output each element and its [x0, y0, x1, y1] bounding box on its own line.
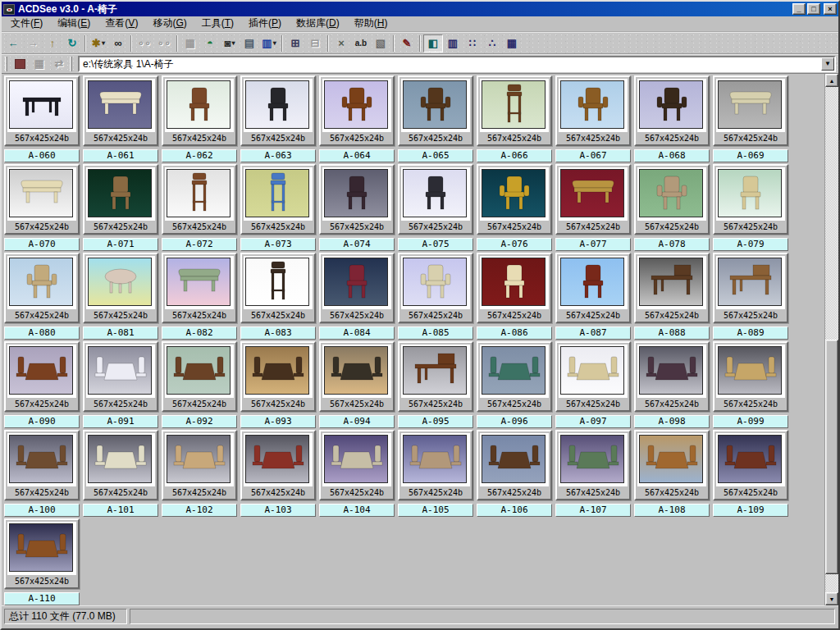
thumbnail-item-A-080[interactable]: 567x425x24b A-080	[3, 253, 80, 340]
copy-button[interactable]: ⊞	[285, 34, 305, 52]
thumbnail-image[interactable]	[88, 435, 152, 483]
menu-item-6[interactable]: 数据库(D)	[289, 15, 347, 33]
thumbnail-image[interactable]	[560, 258, 624, 306]
thumbnail-image[interactable]	[9, 80, 73, 129]
menu-item-4[interactable]: 工具(T)	[194, 15, 241, 33]
thumbnail-item-A-068[interactable]: 567x425x24b A-068	[633, 75, 710, 162]
thumbnail-image[interactable]	[324, 346, 388, 395]
dropdown-arrow-icon[interactable]: ▾	[273, 39, 276, 47]
thumbnail-tile[interactable]: 567x425x24b	[634, 75, 710, 146]
thumbnail-item-A-109[interactable]: 567x425x24b A-109	[712, 430, 789, 517]
thumbnail-image[interactable]	[560, 80, 624, 129]
thumbnail-item-A-087[interactable]: 567x425x24b A-087	[555, 253, 632, 340]
thumbnail-item-A-060[interactable]: 567x425x24b A-060	[3, 75, 80, 162]
new-folder-button[interactable]: ✱▾	[89, 34, 108, 52]
thumbnail-item-A-082[interactable]: 567x425x24b A-082	[161, 253, 238, 340]
thumbnail-item-A-110[interactable]: 567x425x24b A-110	[3, 518, 80, 605]
thumbnail-image[interactable]	[560, 169, 624, 217]
thumbnail-image[interactable]	[403, 169, 467, 217]
view-full-tree-button[interactable]: ∴	[482, 34, 502, 52]
thumbnail-tile[interactable]: 567x425x24b	[83, 164, 158, 235]
thumbnail-image[interactable]	[482, 258, 546, 306]
thumbnail-item-A-093[interactable]: 567x425x24b A-093	[240, 341, 317, 428]
thumbnail-image[interactable]	[482, 346, 546, 395]
thumbnail-tile[interactable]: 567x425x24b	[398, 430, 473, 500]
thumbnail-tile[interactable]: 567x425x24b	[477, 341, 552, 412]
thumbnail-tile[interactable]: 567x425x24b	[398, 164, 473, 235]
thumbnail-tile[interactable]: 567x425x24b	[162, 253, 237, 323]
thumbnail-item-A-107[interactable]: 567x425x24b A-107	[555, 430, 632, 517]
thumbnail-tile[interactable]: 567x425x24b	[634, 253, 710, 323]
menu-item-2[interactable]: 查看(V)	[98, 15, 145, 33]
thumbnail-item-A-108[interactable]: 567x425x24b A-108	[633, 430, 710, 517]
view-details-button[interactable]: ▦	[502, 34, 522, 52]
print-button[interactable]: ▤	[240, 34, 259, 52]
thumbnail-tile[interactable]: 567x425x24b	[555, 341, 631, 412]
thumbnail-image[interactable]	[718, 346, 782, 395]
thumbnail-item-A-063[interactable]: 567x425x24b A-063	[240, 75, 317, 162]
view-tree-button[interactable]: ∷	[463, 34, 482, 52]
thumbnail-tile[interactable]: 567x425x24b	[162, 164, 237, 235]
thumbnail-tile[interactable]: 567x425x24b	[398, 253, 473, 323]
thumbnail-image[interactable]	[482, 435, 546, 483]
thumbnail-tile[interactable]: 567x425x24b	[162, 341, 237, 412]
thumbnail-image[interactable]	[560, 346, 624, 395]
scrollbar-thumb[interactable]	[825, 340, 838, 574]
thumbnail-image[interactable]	[245, 435, 309, 483]
thumbnail-image[interactable]	[245, 346, 309, 395]
menu-item-5[interactable]: 插件(P)	[241, 15, 289, 33]
thumbnail-image[interactable]	[482, 80, 546, 129]
thumbnail-image[interactable]	[88, 258, 152, 306]
up-button[interactable]: ↑	[43, 34, 62, 52]
thumbnail-tile[interactable]: 567x425x24b	[4, 518, 80, 589]
restore-button[interactable]: □	[807, 3, 820, 15]
thumbnail-tile[interactable]: 567x425x24b	[319, 341, 395, 412]
thumbnail-tile[interactable]: 567x425x24b	[555, 75, 631, 146]
thumbnail-tile[interactable]: 567x425x24b	[319, 164, 395, 235]
scroll-up-button[interactable]: ▲	[825, 74, 838, 87]
thumbnail-image[interactable]	[9, 435, 73, 483]
scrollbar-track[interactable]	[825, 87, 838, 592]
thumbnail-item-A-103[interactable]: 567x425x24b A-103	[240, 430, 317, 517]
thumbnail-item-A-076[interactable]: 567x425x24b A-076	[476, 164, 553, 251]
thumbnail-image[interactable]	[9, 523, 73, 572]
thumbnail-item-A-069[interactable]: 567x425x24b A-069	[712, 75, 789, 162]
thumbnail-tile[interactable]: 567x425x24b	[4, 341, 80, 412]
thumbnail-tile[interactable]: 567x425x24b	[319, 253, 395, 323]
thumbnail-image[interactable]	[639, 80, 703, 129]
thumbnail-tile[interactable]: 567x425x24b	[162, 75, 237, 146]
thumbnail-tile[interactable]: 567x425x24b	[477, 253, 552, 323]
thumbnail-tile[interactable]: 567x425x24b	[240, 164, 316, 235]
thumbnail-item-A-061[interactable]: 567x425x24b A-061	[82, 75, 159, 162]
thumbnail-item-A-088[interactable]: 567x425x24b A-088	[633, 253, 710, 340]
thumbnail-tile[interactable]: 567x425x24b	[240, 341, 316, 412]
thumbnail-image[interactable]	[167, 80, 231, 129]
thumbnail-item-A-097[interactable]: 567x425x24b A-097	[555, 341, 632, 428]
thumbnail-image[interactable]	[324, 258, 388, 306]
thumbnail-image[interactable]	[403, 346, 467, 395]
thumbnail-item-A-100[interactable]: 567x425x24b A-100	[3, 430, 80, 517]
thumbnail-image[interactable]	[167, 169, 231, 217]
thumbnail-item-A-075[interactable]: 567x425x24b A-075	[397, 164, 474, 251]
thumbnail-item-A-071[interactable]: 567x425x24b A-071	[82, 164, 159, 251]
thumbnail-image[interactable]	[403, 80, 467, 129]
thumbnail-item-A-092[interactable]: 567x425x24b A-092	[161, 341, 238, 428]
browse-mode-button[interactable]: ◧	[423, 34, 443, 52]
thumbnail-tile[interactable]: 567x425x24b	[713, 75, 788, 146]
thumbnail-item-A-079[interactable]: 567x425x24b A-079	[712, 164, 789, 251]
thumbnail-tile[interactable]: 567x425x24b	[477, 164, 552, 235]
thumbnail-item-A-099[interactable]: 567x425x24b A-099	[712, 341, 789, 428]
extract-image-button[interactable]: ◓	[200, 34, 220, 52]
thumbnail-image[interactable]	[718, 80, 782, 129]
thumbnail-image[interactable]	[9, 346, 73, 395]
thumbnail-image[interactable]	[482, 169, 546, 217]
thumbnail-item-A-101[interactable]: 567x425x24b A-101	[82, 430, 159, 517]
thumbnail-tile[interactable]: 567x425x24b	[4, 253, 80, 323]
acquire-button[interactable]: ◙▾	[220, 34, 240, 52]
properties-button[interactable]: ▧	[371, 34, 390, 52]
path-combobox[interactable]: e:\传统家具 1\A-椅子 ▼	[78, 56, 836, 72]
thumbnail-item-A-072[interactable]: 567x425x24b A-072	[161, 164, 238, 251]
menu-item-1[interactable]: 编辑(E)	[50, 15, 98, 33]
path-value[interactable]: e:\传统家具 1\A-椅子	[80, 57, 821, 72]
thumbnail-tile[interactable]: 567x425x24b	[477, 75, 552, 146]
